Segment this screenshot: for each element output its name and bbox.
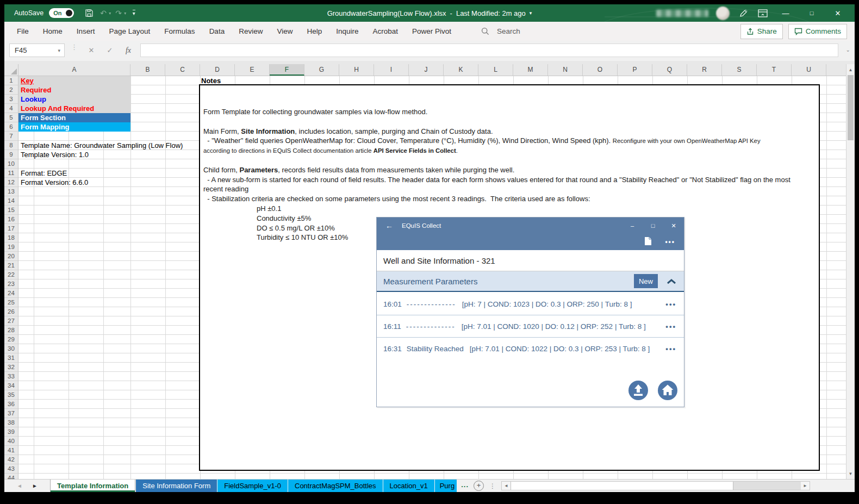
row-header-6[interactable]: 6 bbox=[4, 122, 18, 132]
cell-A12[interactable]: Format Version: 6.6.0 bbox=[18, 178, 88, 187]
select-all-corner[interactable] bbox=[4, 64, 18, 76]
row-header-17[interactable]: 17 bbox=[4, 224, 18, 233]
row-menu-icon[interactable]: ••• bbox=[665, 300, 676, 308]
search-box[interactable]: Search bbox=[481, 27, 520, 35]
row-header-26[interactable]: 26 bbox=[4, 307, 18, 316]
row-header-18[interactable]: 18 bbox=[4, 233, 18, 242]
formula-bar-grip[interactable]: ⋮ bbox=[71, 46, 78, 49]
redo-dropdown-icon[interactable]: ▾ bbox=[124, 11, 126, 16]
column-header-I[interactable]: I bbox=[374, 64, 409, 76]
row-header-3[interactable]: 3 bbox=[4, 95, 18, 104]
name-box[interactable]: F45 ▾ bbox=[9, 43, 65, 57]
row-menu-icon[interactable]: ••• bbox=[665, 345, 676, 353]
cancel-icon[interactable]: ✕ bbox=[84, 43, 99, 57]
row-header-14[interactable]: 14 bbox=[4, 196, 18, 206]
row-header-21[interactable]: 21 bbox=[4, 261, 18, 270]
ribbon-tab-page-layout[interactable]: Page Layout bbox=[102, 22, 158, 41]
row-header-20[interactable]: 20 bbox=[4, 252, 18, 261]
ribbon-tab-help[interactable]: Help bbox=[300, 22, 329, 41]
column-header-C[interactable]: C bbox=[165, 64, 200, 76]
column-header-K[interactable]: K bbox=[444, 64, 478, 76]
new-sheet-button[interactable]: + bbox=[474, 481, 484, 491]
ribbon-tab-view[interactable]: View bbox=[270, 22, 300, 41]
row-header-13[interactable]: 13 bbox=[4, 187, 18, 196]
notes-textbox[interactable]: Form Template for collecting groundwater… bbox=[199, 84, 820, 471]
row-header-38[interactable]: 38 bbox=[4, 418, 18, 427]
ribbon-tab-formulas[interactable]: Formulas bbox=[157, 22, 202, 41]
column-header-F[interactable]: F bbox=[270, 64, 304, 76]
formula-input[interactable] bbox=[140, 43, 838, 57]
section-header[interactable]: Measurement Parameters New bbox=[377, 271, 684, 292]
row-header-33[interactable]: 33 bbox=[4, 372, 18, 381]
ribbon-tab-inquire[interactable]: Inquire bbox=[329, 22, 365, 41]
document-icon[interactable] bbox=[644, 237, 652, 248]
row-header-5[interactable]: 5 bbox=[4, 113, 18, 122]
row-header-19[interactable]: 19 bbox=[4, 242, 18, 252]
insert-function-icon[interactable]: fx bbox=[121, 43, 136, 57]
row-header-25[interactable]: 25 bbox=[4, 298, 18, 307]
column-header-A[interactable]: A bbox=[18, 64, 130, 76]
ribbon-tab-data[interactable]: Data bbox=[202, 22, 232, 41]
cell-A4[interactable]: Lookup And Required bbox=[18, 104, 130, 113]
column-header-L[interactable]: L bbox=[478, 64, 513, 76]
tab-overflow-label[interactable]: ... bbox=[461, 481, 469, 489]
enter-icon[interactable]: ✓ bbox=[102, 43, 117, 57]
sheet-tab-fieldsample-v1-0[interactable]: FieldSample_v1-0 bbox=[217, 480, 288, 492]
sheet-nav-next-icon[interactable]: ► bbox=[27, 483, 42, 489]
scroll-right-icon[interactable]: ► bbox=[801, 482, 810, 490]
row-header-41[interactable]: 41 bbox=[4, 446, 18, 455]
sheet-tab-contractmagspm-bottles[interactable]: ContractMagSPM_Bottles bbox=[288, 480, 383, 492]
comments-button[interactable]: Comments bbox=[788, 24, 847, 39]
autosave-toggle[interactable]: On bbox=[49, 8, 74, 18]
vertical-scroll-thumb[interactable] bbox=[848, 75, 854, 140]
avatar[interactable] bbox=[716, 7, 730, 20]
horizontal-scroll-thumb[interactable] bbox=[511, 482, 733, 490]
column-header-Q[interactable]: Q bbox=[652, 64, 687, 76]
row-header-37[interactable]: 37 bbox=[4, 409, 18, 418]
row-header-2[interactable]: 2 bbox=[4, 85, 18, 95]
sheet-tab-purg[interactable]: Purg bbox=[435, 480, 457, 492]
cell-A5[interactable]: Form Section bbox=[18, 113, 130, 122]
row-header-24[interactable]: 24 bbox=[4, 289, 18, 298]
collapse-section-chevron-icon[interactable] bbox=[667, 278, 676, 284]
column-header-G[interactable]: G bbox=[304, 64, 339, 76]
row-header-34[interactable]: 34 bbox=[4, 381, 18, 390]
app-maximize-icon[interactable]: □ bbox=[643, 222, 663, 229]
row-header-12[interactable]: 12 bbox=[4, 178, 18, 187]
vertical-scrollbar[interactable]: ▲ ▼ bbox=[846, 64, 855, 479]
sheet-nav-prev-icon[interactable]: ◄ bbox=[12, 483, 27, 489]
ribbon-tab-insert[interactable]: Insert bbox=[70, 22, 102, 41]
customize-quick-access-icon[interactable]: ▾ bbox=[127, 7, 140, 20]
row-header-39[interactable]: 39 bbox=[4, 427, 18, 437]
redo-icon[interactable]: ↷ bbox=[112, 7, 125, 20]
app-more-icon[interactable]: ••• bbox=[665, 238, 675, 246]
horizontal-scrollbar[interactable]: ◄ ► bbox=[501, 481, 810, 490]
sheet-tab-location-v1[interactable]: Location_v1 bbox=[383, 480, 434, 492]
tabbar-kebab-icon[interactable]: ⋮ bbox=[489, 482, 496, 490]
row-header-44[interactable]: 44 bbox=[4, 474, 18, 479]
ribbon-tab-file[interactable]: File bbox=[10, 22, 36, 41]
measurement-row-3[interactable]: 16:31Stability Reached[pH: 7.01 | COND: … bbox=[377, 338, 684, 360]
column-header-D[interactable]: D bbox=[200, 64, 235, 76]
row-header-11[interactable]: 11 bbox=[4, 169, 18, 178]
row-header-16[interactable]: 16 bbox=[4, 215, 18, 224]
row-header-27[interactable]: 27 bbox=[4, 316, 18, 326]
column-header-M[interactable]: M bbox=[513, 64, 548, 76]
cell-A3[interactable]: Lookup bbox=[18, 95, 130, 104]
maximize-button[interactable]: □ bbox=[802, 4, 821, 22]
row-header-28[interactable]: 28 bbox=[4, 326, 18, 335]
cell-A2[interactable]: Required bbox=[18, 85, 130, 95]
column-header-R[interactable]: R bbox=[687, 64, 722, 76]
row-header-36[interactable]: 36 bbox=[4, 400, 18, 409]
undo-icon[interactable]: ↶ bbox=[97, 7, 110, 20]
column-header-U[interactable]: U bbox=[792, 64, 826, 76]
column-header-N[interactable]: N bbox=[548, 64, 583, 76]
row-menu-icon[interactable]: ••• bbox=[665, 322, 676, 331]
new-button[interactable]: New bbox=[634, 274, 658, 288]
row-header-1[interactable]: 1 bbox=[4, 76, 18, 85]
ribbon-tab-power-pivot[interactable]: Power Pivot bbox=[405, 22, 458, 41]
row-header-23[interactable]: 23 bbox=[4, 279, 18, 289]
scroll-down-icon[interactable]: ▼ bbox=[846, 469, 855, 478]
minimize-button[interactable]: — bbox=[776, 4, 795, 22]
row-header-42[interactable]: 42 bbox=[4, 455, 18, 464]
